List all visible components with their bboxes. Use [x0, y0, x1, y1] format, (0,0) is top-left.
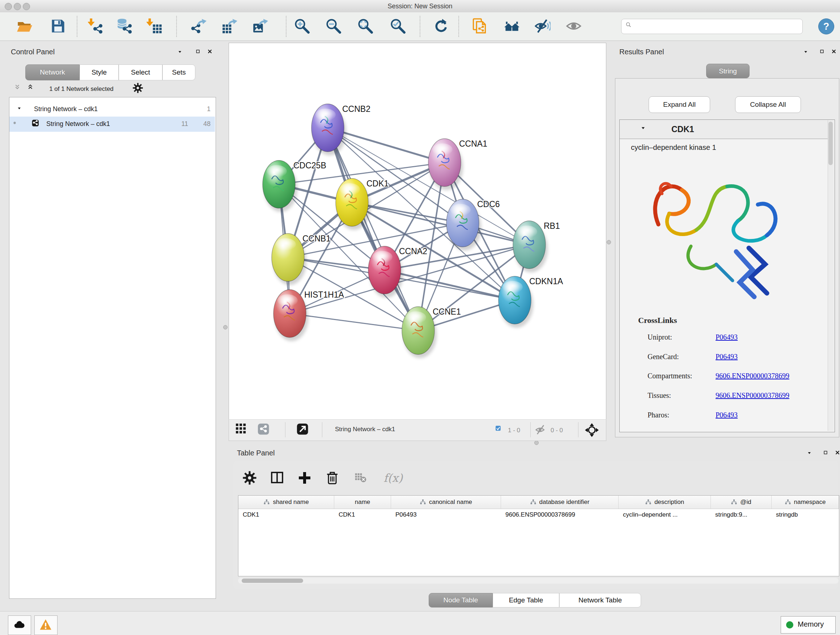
hidden-eye-icon[interactable] — [535, 424, 548, 437]
table-panel-menu-icon[interactable] — [807, 451, 815, 458]
control-panel-menu-icon[interactable] — [178, 50, 185, 57]
table-cell[interactable]: CDK1 — [238, 509, 334, 521]
results-scrollbar[interactable] — [828, 120, 834, 431]
network-edge[interactable] — [385, 270, 515, 300]
search-input[interactable] — [638, 21, 798, 32]
save-session-icon[interactable] — [50, 18, 66, 34]
crosslink-label: Tissues: — [647, 391, 714, 400]
column-header-namespace[interactable]: namespace — [772, 496, 839, 509]
zoom-selected-icon[interactable] — [390, 18, 406, 34]
results-panel-menu-icon[interactable] — [804, 50, 811, 57]
export-network-icon[interactable] — [191, 18, 207, 34]
column-header-description[interactable]: description — [619, 496, 711, 509]
table-cell[interactable]: cyclin–dependent ... — [619, 509, 711, 521]
tab-select[interactable]: Select — [118, 65, 163, 80]
hidden-count: 0 - 0 — [551, 427, 563, 434]
results-scrollbar-thumb[interactable] — [829, 122, 833, 165]
network-overview-icon[interactable] — [257, 423, 271, 436]
table-row[interactable]: CDK1CDK1P064939606.ENSP00000378699cyclin… — [238, 509, 839, 521]
collection-expander-icon[interactable] — [17, 106, 25, 114]
export-image-icon[interactable] — [253, 18, 268, 34]
network-node-CDKN1A[interactable] — [499, 276, 533, 328]
crosslink-tissues-link[interactable]: 9606.ENSP00000378699 — [715, 391, 789, 400]
right-splitter-handle[interactable] — [607, 240, 611, 244]
network-collection-row[interactable]: String Network – cdk1 1 — [9, 102, 215, 117]
open-session-icon[interactable] — [17, 18, 33, 34]
bottom-splitter-handle[interactable] — [534, 440, 538, 445]
refresh-icon[interactable] — [432, 18, 448, 34]
zoom-fit-icon[interactable] — [357, 18, 373, 34]
column-header-shared-name[interactable]: shared name — [238, 496, 334, 509]
table-cell[interactable]: P06493 — [391, 509, 501, 521]
column-header-name[interactable]: name — [334, 496, 391, 509]
eye-icon[interactable] — [566, 18, 582, 34]
network-edge[interactable] — [290, 314, 418, 331]
network-node-CCNE1[interactable] — [402, 307, 437, 358]
help-button[interactable]: ? — [818, 19, 834, 35]
zoom-out-icon[interactable] — [325, 18, 341, 34]
import-network-file-icon[interactable] — [88, 18, 104, 34]
tab-string[interactable]: String — [706, 64, 750, 78]
network-edge[interactable] — [352, 203, 529, 245]
network-row-selected[interactable]: String Network – cdk1 11 48 — [9, 117, 215, 132]
tab-network-table[interactable]: Network Table — [559, 593, 641, 608]
zoom-in-icon[interactable] — [294, 18, 310, 34]
control-panel-float-icon[interactable] — [196, 49, 204, 57]
table-cell[interactable]: stringdb — [772, 509, 839, 521]
column-header-database-identifier[interactable]: database identifier — [501, 496, 619, 509]
results-panel-float-icon[interactable] — [820, 49, 828, 57]
crosslink-compartments-link[interactable]: 9606.ENSP00000378699 — [715, 372, 789, 380]
memory-button[interactable]: Memory — [781, 616, 836, 633]
table-panel-float-icon[interactable] — [823, 450, 831, 458]
gene-card-header[interactable] — [620, 120, 834, 139]
results-panel-close-icon[interactable] — [832, 49, 840, 57]
table-hscrollbar-thumb[interactable] — [242, 578, 303, 583]
table-cell[interactable]: stringdb:9... — [711, 509, 772, 521]
control-panel-close-icon[interactable] — [208, 49, 216, 57]
cloud-button[interactable] — [8, 616, 31, 635]
add-column-icon[interactable] — [297, 470, 312, 485]
gene-card-expander-icon[interactable] — [641, 126, 649, 134]
delete-column-icon[interactable] — [325, 470, 340, 485]
warnings-button[interactable] — [34, 616, 57, 635]
table-panel-close-icon[interactable] — [835, 450, 840, 458]
table-settings-gear-icon[interactable] — [242, 470, 257, 485]
crosslink-pharos-link[interactable]: P06493 — [715, 411, 737, 419]
tab-network[interactable]: Network — [25, 65, 80, 80]
table-cell[interactable]: CDK1 — [334, 509, 391, 521]
export-table-icon[interactable] — [222, 18, 238, 34]
fit-content-icon[interactable] — [584, 423, 599, 437]
column-header-canonical-name[interactable]: canonical name — [391, 496, 501, 509]
collapse-all-networks-icon[interactable] — [14, 84, 24, 93]
network-node-HIST1H1A[interactable] — [273, 290, 308, 341]
import-network-database-icon[interactable] — [117, 18, 133, 34]
crosslink-genecard-link[interactable]: P06493 — [715, 353, 737, 361]
collapse-all-button[interactable]: Collapse All — [735, 96, 801, 113]
node-label-CCNA1: CCNA1 — [459, 139, 487, 149]
network-node-CCNB2[interactable] — [311, 104, 346, 155]
left-splitter-handle[interactable] — [223, 325, 227, 329]
network-edge[interactable] — [328, 128, 418, 331]
detach-view-icon[interactable] — [297, 423, 309, 436]
crosslink-uniprot-link[interactable]: P06493 — [715, 333, 737, 341]
table-cell[interactable]: 9606.ENSP00000378699 — [501, 509, 619, 521]
string-import-icon[interactable] — [471, 18, 487, 34]
birdseye-view-icon[interactable] — [236, 424, 248, 436]
expand-all-networks-icon[interactable] — [27, 84, 37, 93]
show-columns-icon[interactable] — [270, 470, 285, 485]
column-header--id[interactable]: @id — [711, 496, 772, 509]
import-table-file-icon[interactable] — [147, 18, 163, 34]
tab-node-table[interactable]: Node Table — [429, 593, 493, 608]
network-node-CCNB1[interactable] — [272, 233, 306, 285]
table-hscrollbar[interactable] — [238, 578, 838, 584]
expand-all-button[interactable]: Expand All — [649, 96, 710, 113]
network-node-RB1[interactable] — [513, 221, 548, 272]
network-node-CDC6[interactable] — [447, 199, 481, 250]
selected-count-checkbox-icon[interactable] — [496, 426, 504, 434]
tab-edge-table[interactable]: Edge Table — [493, 593, 559, 608]
tab-style[interactable]: Style — [80, 65, 118, 80]
tab-sets[interactable]: Sets — [163, 65, 195, 80]
hide-propagation-icon[interactable] — [535, 18, 551, 34]
network-options-gear-icon[interactable] — [133, 82, 143, 93]
homology-icon[interactable] — [504, 18, 520, 34]
